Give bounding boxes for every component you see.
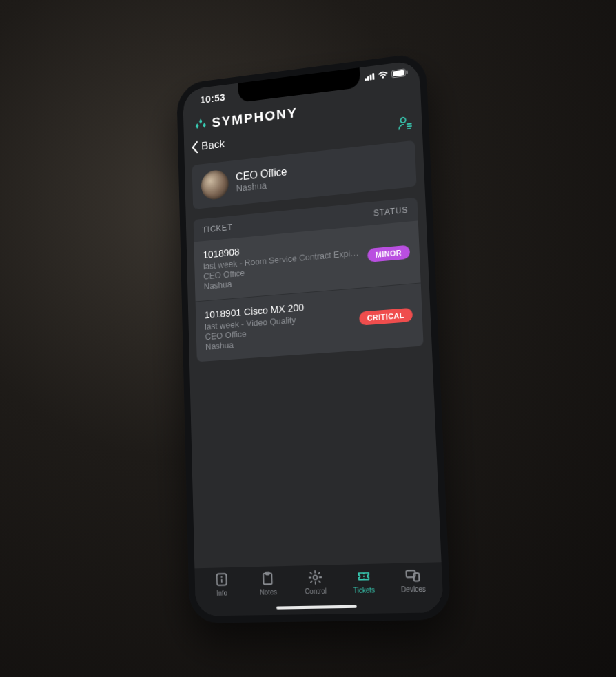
svg-point-9	[314, 575, 318, 579]
status-badge: CRITICAL	[359, 307, 413, 325]
tab-info[interactable]: Info	[198, 571, 245, 597]
status-badge: MINOR	[367, 244, 410, 262]
back-label: Back	[201, 137, 225, 153]
symphony-logo-icon	[194, 116, 207, 131]
ticket-header-label: TICKET	[202, 222, 232, 235]
room-avatar	[201, 169, 229, 200]
info-icon	[214, 572, 229, 587]
phone-frame: 10:53 SYMPHONY	[176, 52, 451, 623]
tab-devices[interactable]: Devices	[388, 566, 439, 593]
ticket-list: 1018908 last week - Room Service Contrac…	[194, 220, 423, 362]
cellular-icon	[365, 73, 375, 81]
ticket-icon	[356, 568, 371, 584]
svg-rect-1	[393, 70, 404, 76]
chevron-left-icon	[190, 140, 199, 154]
svg-rect-2	[406, 70, 407, 74]
tab-notes[interactable]: Notes	[245, 570, 292, 596]
svg-point-5	[220, 576, 222, 577]
app-screen: 10:53 SYMPHONY	[183, 60, 444, 616]
tab-label: Tickets	[353, 585, 375, 594]
tab-label: Devices	[401, 585, 426, 593]
gear-icon	[307, 569, 322, 585]
devices-icon	[404, 567, 420, 583]
svg-point-3	[400, 117, 405, 123]
clipboard-icon	[260, 570, 276, 586]
battery-icon	[391, 67, 408, 78]
wifi-icon	[378, 70, 389, 80]
tab-label: Control	[305, 587, 327, 595]
svg-rect-6	[221, 579, 223, 583]
tab-label: Notes	[260, 587, 277, 596]
back-button[interactable]: Back	[190, 137, 225, 154]
user-settings-icon[interactable]	[398, 114, 413, 131]
statusbar-time: 10:53	[200, 91, 225, 105]
tab-label: Info	[216, 589, 227, 596]
tab-control[interactable]: Control	[291, 569, 340, 596]
tab-tickets[interactable]: Tickets	[339, 567, 389, 594]
status-header-label: STATUS	[373, 205, 409, 218]
